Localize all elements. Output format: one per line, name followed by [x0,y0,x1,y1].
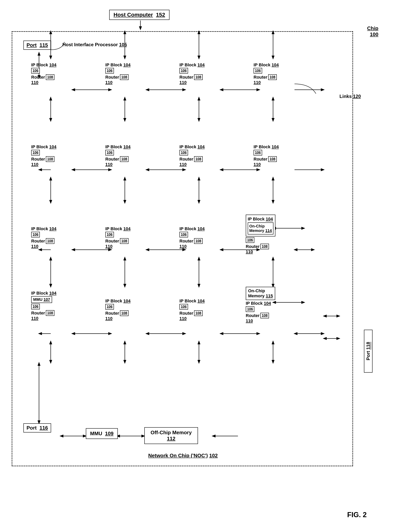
router-r1c1-label: Router [31,75,45,80]
grid-r2c4: IP Block 104 106 Router 108 110 [254,144,279,167]
grid-r1c4: IP Block 104 106 Router 108 110 [254,63,279,85]
router-r1c1-110: 110 [31,80,56,85]
grid-r3c4-special: IP Block 104 On-ChipMemory 114 106 Route… [246,215,276,254]
links-label: Links 120 [339,94,361,99]
grid-r1c1: IP Block 104 106 Router 108 110 [31,63,56,85]
host-computer-label: Host Computer [113,12,153,18]
grid-r1c2: IP Block 104 106 Router 108 110 [105,63,131,85]
port-116-bottom: Port 116 [23,423,51,432]
diagram-container: Host Computer 152 Chip100 Network On Chi… [12,8,382,523]
grid-r2c3: IP Block 104 106 Router 108 110 [179,144,205,167]
port-115-box: Port 115 [23,41,51,50]
chip-label: Chip100 [367,25,378,38]
ifc-r1c2: 106 [105,68,114,74]
grid-r4c2: IP Block 104 106 Router 108 110 [105,298,131,321]
host-computer-number: 152 [156,12,165,18]
fig-label: FIG. 2 [347,511,367,519]
router-r1c1-num: 108 [46,74,54,80]
noc-label: Network On Chip ('NOC') 102 [148,453,218,459]
grid-r1c3: IP Block 104 106 Router 108 110 [179,63,205,85]
grid-r3c1: IP Block 104 106 Router 108 110 [31,226,56,249]
ip-block-r1c1-label: IP Block 104 [31,63,56,68]
off-chip-memory-box: Off-Chip Memory112 [144,427,198,444]
mmu-109-box: MMU 109 [86,428,118,439]
hip-label: Host Interface Processor 105 [63,42,127,47]
grid-r4c4-special: On-ChipMemory 115 IP Block 104 106 Route… [246,287,275,323]
grid-r2c1: IP Block 104 106 Router 108 110 [31,144,56,167]
port-118-box: Port 118 [364,330,373,373]
grid-r3c3: IP Block 104 106 Router 108 110 [179,226,205,249]
ip-block-r1c2-label: IP Block 104 [105,63,131,68]
host-computer-box: Host Computer 152 [109,10,169,20]
grid-r4c1: IP Block 104 MMU 107 106 Router 108 110 [31,291,56,321]
grid-r2c2: IP Block 104 106 Router 108 110 [105,144,131,167]
grid-r4c3: IP Block 104 106 Router 108 110 [179,298,205,321]
ifc-r1c1: 106 [31,68,40,74]
grid-r3c2: IP Block 104 106 Router 108 110 [105,226,131,249]
